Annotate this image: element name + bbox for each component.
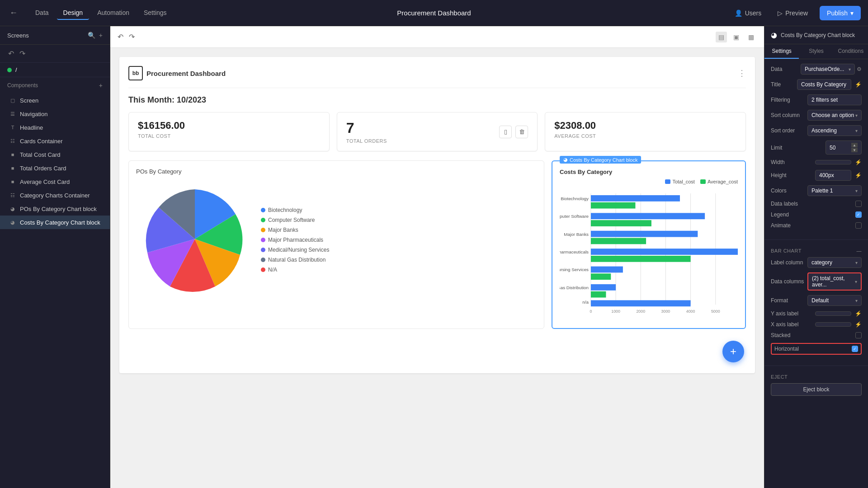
- panel-row-label-column: Label column category ▾: [771, 257, 862, 268]
- top-nav: ← Data Design Automation Settings Procur…: [0, 0, 868, 26]
- panel-row-title: Title Costs By Category ⚡: [771, 79, 862, 90]
- sidebar-item-navigation[interactable]: ☰ Navigation: [0, 107, 110, 121]
- copy-button[interactable]: ▯: [499, 126, 512, 138]
- title-lightning-icon[interactable]: ⚡: [855, 81, 862, 88]
- preview-button[interactable]: ▷ Preview: [773, 7, 812, 19]
- sort-column-select[interactable]: Choose an option ▾: [807, 110, 862, 121]
- publish-chevron: ▾: [850, 9, 854, 17]
- nav-tab-automation[interactable]: Automation: [91, 6, 136, 20]
- data-labels-checkbox[interactable]: [855, 201, 862, 207]
- tab-settings[interactable]: Settings: [764, 44, 799, 59]
- add-fab-button[interactable]: +: [722, 341, 744, 362]
- bar-chart-collapse-icon[interactable]: —: [857, 248, 862, 253]
- format-select[interactable]: Default ▾: [807, 295, 862, 306]
- sidebar-item-pos-chart[interactable]: ◕ POs By Category Chart block: [0, 202, 110, 216]
- eject-block-button[interactable]: Eject block: [771, 383, 862, 396]
- limit-up-button[interactable]: ▲: [851, 143, 858, 147]
- sidebar-top: Screens 🔍 +: [0, 26, 110, 45]
- nav-tab-data[interactable]: Data: [29, 6, 55, 20]
- title-input[interactable]: Costs By Category: [797, 79, 851, 90]
- svg-text:n/a: n/a: [582, 300, 589, 305]
- redo-canvas-button[interactable]: ↷: [129, 33, 135, 41]
- svg-rect-15: [591, 273, 611, 280]
- filtering-select[interactable]: 2 filters set: [807, 94, 862, 105]
- delete-button[interactable]: 🗑: [515, 126, 528, 138]
- panel-row-data-labels: Data labels: [771, 201, 862, 207]
- total-cost-card-icon: ■: [9, 151, 16, 158]
- add-component-button[interactable]: +: [99, 82, 103, 89]
- x-axis-input[interactable]: [815, 322, 851, 327]
- redo-button[interactable]: ↷: [19, 48, 26, 59]
- publish-button[interactable]: Publish ▾: [820, 6, 861, 20]
- data-columns-select[interactable]: (2) total_cost, aver... ▾: [807, 272, 862, 291]
- height-lightning-icon[interactable]: ⚡: [855, 172, 862, 178]
- users-button[interactable]: 👤 Users: [730, 7, 766, 19]
- panel-row-colors: Colors Palette 1 ▾: [771, 185, 862, 196]
- height-label: Height: [771, 172, 787, 178]
- grid-icon[interactable]: ⋮: [738, 68, 746, 78]
- panel-main-settings: Data PurchaseOrde... ▾ ⚙ Title Costs By …: [764, 59, 868, 238]
- height-input[interactable]: 400px: [815, 170, 851, 181]
- month-label: This Month: 10/2023: [128, 95, 746, 105]
- x-axis-lightning-icon[interactable]: ⚡: [855, 321, 862, 328]
- pie-svg: [136, 180, 254, 300]
- animate-checkbox[interactable]: [855, 222, 862, 229]
- back-button[interactable]: ←: [7, 7, 20, 19]
- panel-header-icon: ◕: [771, 31, 777, 39]
- desktop-view-button[interactable]: ▤: [716, 32, 727, 42]
- bar-legend-total: Total_cost: [665, 179, 695, 184]
- y-axis-lightning-icon[interactable]: ⚡: [855, 310, 862, 317]
- sidebar-item-total-cost-label: Total Cost Card: [20, 151, 61, 158]
- data-select[interactable]: PurchaseOrde... ▾: [801, 64, 855, 75]
- legend-item-3: Major Pharmaceuticals: [261, 237, 329, 243]
- users-icon: 👤: [735, 9, 742, 17]
- animate-label: Animate: [771, 222, 791, 229]
- tablet-view-button[interactable]: ▣: [731, 32, 742, 42]
- legend-dot-3: [261, 238, 265, 242]
- panel-row-y-axis: Y axis label ⚡: [771, 310, 862, 317]
- svg-rect-16: [591, 284, 616, 291]
- width-lightning-icon[interactable]: ⚡: [855, 159, 862, 165]
- search-icon[interactable]: 🔍: [88, 32, 95, 39]
- svg-text:Major Pharmaceuticals: Major Pharmaceuticals: [560, 249, 589, 254]
- mobile-view-button[interactable]: ▩: [745, 32, 757, 42]
- sidebar-item-average-cost-card[interactable]: ■ Average Cost Card: [0, 175, 110, 188]
- canvas-area: ↶ ↷ ▤ ▣ ▩ bb Procurement Dashboard ⋮ Thi…: [110, 26, 764, 488]
- sidebar-item-headline[interactable]: T Headline: [0, 121, 110, 134]
- tab-styles[interactable]: Styles: [799, 44, 833, 59]
- undo-canvas-button[interactable]: ↶: [118, 33, 123, 41]
- dashboard-header: bb Procurement Dashboard ⋮: [128, 66, 746, 88]
- total-orders-value: 7: [346, 120, 387, 136]
- y-axis-input[interactable]: [815, 311, 851, 316]
- colors-select[interactable]: Palette 1 ▾: [807, 185, 862, 196]
- svg-rect-10: [591, 231, 698, 237]
- width-input[interactable]: [815, 160, 851, 164]
- canvas-toolbar-right: ▤ ▣ ▩: [716, 32, 757, 42]
- limit-down-button[interactable]: ▼: [851, 148, 858, 152]
- add-screen-button[interactable]: +: [99, 32, 103, 39]
- sidebar-item-total-orders-card[interactable]: ■ Total Orders Card: [0, 161, 110, 175]
- label-column-label: Label column: [771, 259, 803, 266]
- label-column-select[interactable]: category ▾: [807, 257, 862, 268]
- sidebar-item-category-charts-container[interactable]: ☷ Category Charts Container: [0, 188, 110, 202]
- sort-order-select[interactable]: Ascending ▾: [807, 125, 862, 136]
- nav-tab-design[interactable]: Design: [57, 6, 90, 20]
- sidebar-item-screen[interactable]: ▢ Screen: [0, 94, 110, 107]
- sidebar-item-cards-container[interactable]: ☷ Cards Container: [0, 134, 110, 148]
- stacked-checkbox[interactable]: [855, 332, 862, 338]
- horizontal-checkbox[interactable]: [852, 346, 858, 352]
- sidebar-item-total-cost-card[interactable]: ■ Total Cost Card: [0, 148, 110, 161]
- limit-input[interactable]: 50 ▲ ▼: [826, 141, 862, 155]
- sidebar-item-costs-chart[interactable]: ◕ Costs By Category Chart block: [0, 216, 110, 229]
- undo-button[interactable]: ↶: [7, 48, 15, 59]
- screen-item[interactable]: /: [0, 63, 110, 77]
- data-gear-icon[interactable]: ⚙: [857, 66, 862, 72]
- pos-chart-icon: ◕: [9, 205, 16, 212]
- legend-item-4: Medical/Nursing Services: [261, 247, 329, 253]
- tab-conditions[interactable]: Conditions: [834, 44, 868, 59]
- legend-checkbox[interactable]: [855, 211, 862, 218]
- screen-icon: ▢: [9, 97, 16, 104]
- sidebar-item-screen-label: Screen: [20, 97, 38, 104]
- logo-box: bb: [128, 66, 143, 80]
- nav-tab-settings[interactable]: Settings: [137, 6, 173, 20]
